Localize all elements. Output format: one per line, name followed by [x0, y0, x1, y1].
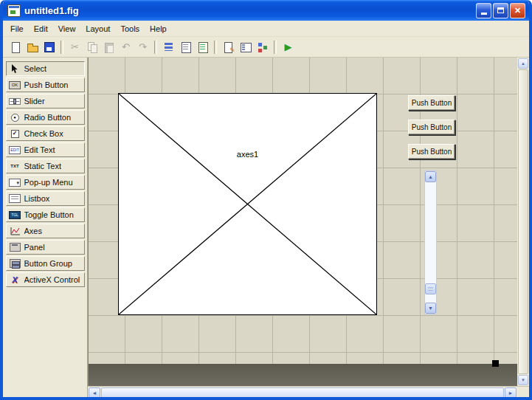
palette-tool-activex[interactable]: X ActiveX Control	[6, 272, 85, 287]
paste-icon	[103, 41, 115, 53]
minimize-button[interactable]	[476, 3, 491, 18]
listbox-icon	[9, 193, 21, 204]
scrollbar-corner	[517, 386, 529, 398]
palette-tool-radio-button[interactable]: ● Radio Button	[6, 110, 85, 125]
figure-resize-handle[interactable]	[492, 360, 499, 367]
menu-file[interactable]: File	[5, 22, 29, 35]
undo-icon: ↶	[122, 42, 130, 52]
push-button-component-2[interactable]: Push Button	[408, 120, 455, 135]
copy-icon	[86, 41, 98, 53]
txt-icon-text: TXT	[9, 162, 21, 170]
palette-tool-label: Pop-up Menu	[24, 178, 73, 187]
popup-menu-icon: ▾	[9, 177, 21, 188]
property-inspector-button[interactable]	[237, 39, 254, 55]
push-button-component-3[interactable]: Push Button	[408, 144, 455, 159]
palette-tool-label: Panel	[24, 243, 45, 252]
activex-icon: X	[9, 275, 21, 286]
palette-tool-panel[interactable]: Panel	[6, 240, 85, 255]
menu-editor-button[interactable]	[177, 39, 194, 55]
close-button[interactable]: ✕	[510, 3, 525, 18]
pencil-icon: ✎	[229, 46, 235, 54]
palette-tool-label: Slider	[24, 97, 45, 106]
menu-edit[interactable]: Edit	[29, 22, 53, 35]
paste-button	[100, 39, 117, 55]
palette-tool-select[interactable]: Select	[6, 61, 85, 76]
layout-canvas[interactable]: axes1 Push Button Push Button Push Butto…	[88, 58, 517, 386]
maximize-button[interactable]	[493, 3, 508, 18]
open-figure-button[interactable]	[24, 39, 41, 55]
palette-tool-toggle-button[interactable]: TGL Toggle Button	[6, 207, 85, 222]
vertical-scrollbar[interactable]: ▲ ▼	[517, 58, 529, 386]
toolbar: ✂ ↶ ↷ ✎ ▶	[3, 37, 529, 58]
palette-tool-edit-text[interactable]: EDIT Edit Text	[6, 142, 85, 157]
toolbar-separator	[154, 41, 157, 54]
new-figure-button[interactable]	[7, 39, 24, 55]
copy-button	[83, 39, 100, 55]
axes-tag-label: axes1	[119, 150, 376, 159]
palette-tool-listbox[interactable]: Listbox	[6, 191, 85, 206]
object-browser-button[interactable]	[254, 39, 271, 55]
palette-tool-label: Push Button	[24, 80, 69, 89]
figure-outside-area	[89, 364, 517, 386]
horizontal-scrollbar[interactable]: ◄ ►	[88, 386, 517, 398]
slider-up-arrow[interactable]: ▲	[425, 171, 436, 182]
menu-view[interactable]: View	[53, 22, 81, 35]
menu-editor-icon	[180, 41, 192, 53]
scroll-left-arrow[interactable]: ◄	[89, 387, 100, 398]
layout-area: axes1 Push Button Push Button Push Butto…	[88, 58, 517, 398]
align-objects-button[interactable]	[160, 39, 177, 55]
save-figure-button[interactable]	[41, 39, 58, 55]
mfile-editor-button[interactable]: ✎	[220, 39, 237, 55]
ok-icon-text: OK	[9, 81, 21, 89]
menu-tools[interactable]: Tools	[115, 22, 145, 35]
redo-button: ↷	[134, 39, 151, 55]
slider-thumb[interactable]	[425, 283, 436, 294]
panel-icon	[9, 242, 21, 253]
slider-down-arrow[interactable]: ▼	[425, 303, 436, 314]
vertical-scroll-thumb[interactable]	[518, 69, 528, 374]
axes-placeholder-cross	[119, 94, 376, 314]
right-gutter: ▲ ▼	[517, 58, 529, 398]
popup-arrow: ▾	[9, 179, 21, 187]
scroll-down-arrow[interactable]: ▼	[518, 375, 528, 385]
tab-order-editor-button[interactable]	[194, 39, 211, 55]
main-content: Select OK Push Button Slider ● Radio But…	[3, 58, 529, 398]
run-button[interactable]: ▶	[280, 39, 297, 55]
open-folder-icon	[27, 41, 38, 53]
radio-dot: ●	[11, 114, 19, 122]
toolbar-separator	[61, 41, 63, 54]
toolbar-separator	[274, 41, 277, 54]
palette-tool-label: Select	[24, 64, 47, 73]
slider-component[interactable]: ▲ ▼	[424, 170, 437, 314]
horizontal-scroll-thumb[interactable]	[101, 387, 504, 398]
push-button-component-1[interactable]: Push Button	[408, 95, 455, 111]
scroll-right-arrow[interactable]: ►	[505, 387, 517, 398]
axes-icon	[9, 226, 21, 237]
push-button-label: Push Button	[412, 99, 452, 107]
title-bar[interactable]: untitled1.fig ✕	[3, 0, 529, 21]
palette-tool-label: Edit Text	[24, 145, 55, 154]
menu-help[interactable]: Help	[145, 22, 172, 35]
guide-window: untitled1.fig ✕ File Edit View Layout To…	[0, 0, 532, 400]
cut-button: ✂	[66, 39, 83, 55]
radio-button-icon: ●	[9, 112, 21, 123]
palette-tool-static-text[interactable]: TXT Static Text	[6, 159, 85, 173]
palette-tool-check-box[interactable]: ✓ Check Box	[6, 126, 85, 141]
toolbar-separator	[214, 41, 217, 54]
palette-tool-button-group[interactable]: Button Group	[6, 256, 85, 271]
minimize-icon	[481, 13, 487, 15]
push-button-icon: OK	[9, 80, 21, 91]
palette-tool-slider[interactable]: Slider	[6, 94, 85, 108]
menu-layout[interactable]: Layout	[80, 22, 115, 35]
window-title: untitled1.fig	[24, 5, 476, 16]
check-mark: ✓	[11, 130, 19, 138]
edit-text-icon: EDIT	[9, 145, 21, 156]
axes-component[interactable]: axes1	[118, 93, 377, 315]
window-controls: ✕	[476, 3, 525, 18]
palette-tool-axes[interactable]: Axes	[6, 224, 85, 238]
scroll-up-arrow[interactable]: ▲	[518, 58, 528, 69]
palette-tool-popup-menu[interactable]: ▾ Pop-up Menu	[6, 175, 85, 190]
property-inspector-icon	[240, 41, 252, 53]
push-button-label: Push Button	[412, 123, 452, 131]
palette-tool-push-button[interactable]: OK Push Button	[6, 77, 85, 92]
